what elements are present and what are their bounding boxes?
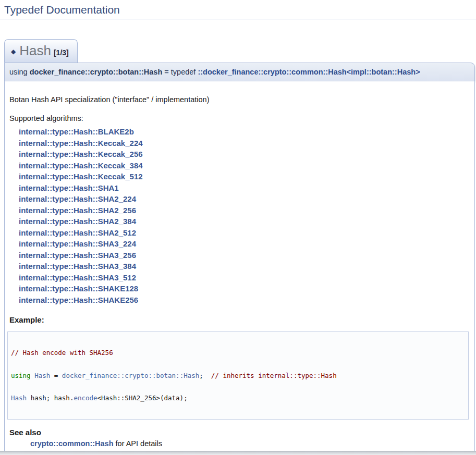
code-keyword-using: using bbox=[11, 372, 31, 379]
algorithm-link[interactable]: internal::type::Hash::SHAKE256 bbox=[19, 294, 138, 306]
code-line-3: Hash hash; hash.encode<Hash::SHA2_256>(d… bbox=[11, 395, 465, 402]
algorithm-link[interactable]: internal::type::Hash::SHA2_256 bbox=[19, 205, 136, 216]
typedef-documentation-page: Typedef Documentation ◆Hash[1/3] using d… bbox=[0, 0, 476, 455]
algorithm-link[interactable]: internal::type::Hash::SHA3_512 bbox=[19, 272, 136, 284]
algorithm-list: internal::type::Hash::BLAKE2binternal::t… bbox=[9, 126, 470, 305]
algorithm-link[interactable]: internal::type::Hash::BLAKE2b bbox=[19, 126, 134, 138]
code-text: = bbox=[50, 372, 62, 379]
member-tab: ◆Hash[1/3] bbox=[4, 39, 78, 63]
algorithm-link[interactable]: internal::type::Hash::Keccak_384 bbox=[19, 160, 143, 171]
decl-member-name: docker_finance::crypto::botan::Hash bbox=[30, 68, 163, 76]
code-example-block: // Hash encode with SHA256 using Hash = … bbox=[7, 331, 469, 420]
code-link-botan-hash[interactable]: docker_finance::crypto::botan::Hash bbox=[62, 372, 199, 379]
code-comment: // inherits internal::type::Hash bbox=[211, 372, 337, 379]
code-link-hash[interactable]: Hash bbox=[11, 394, 27, 402]
algorithm-link[interactable]: internal::type::Hash::SHA3_384 bbox=[19, 261, 136, 272]
algorithm-link[interactable]: internal::type::Hash::Keccak_224 bbox=[19, 138, 143, 149]
algorithm-link[interactable]: internal::type::Hash::SHA1 bbox=[19, 182, 119, 194]
decl-equals-typedef: = typedef bbox=[162, 68, 198, 76]
algorithm-link[interactable]: internal::type::Hash::Keccak_256 bbox=[19, 149, 143, 160]
code-link-encode[interactable]: encode bbox=[74, 394, 97, 402]
member-documentation-body: Botan Hash API specialization ("interfac… bbox=[4, 81, 475, 455]
member-hash-section: ◆Hash[1/3] using docker_finance::crypto:… bbox=[0, 19, 476, 455]
see-also-link[interactable]: crypto::common::Hash bbox=[30, 439, 114, 448]
algorithm-link[interactable]: internal::type::Hash::SHA2_384 bbox=[19, 216, 136, 227]
algorithm-link[interactable]: internal::type::Hash::Keccak_512 bbox=[19, 171, 143, 182]
algorithm-link[interactable]: internal::type::Hash::SHA3_224 bbox=[19, 238, 136, 250]
example-label: Example: bbox=[9, 315, 470, 324]
permalink-diamond-icon[interactable]: ◆ bbox=[11, 48, 16, 55]
member-declaration-row: using docker_finance::crypto::botan::Has… bbox=[4, 63, 475, 81]
see-also-section: See also crypto::common::Hash for API de… bbox=[9, 427, 470, 449]
member-name: Hash bbox=[19, 43, 51, 58]
see-also-text: for API details bbox=[114, 439, 163, 448]
code-text: ; bbox=[199, 372, 211, 379]
algorithm-link[interactable]: internal::type::Hash::SHA2_224 bbox=[19, 193, 136, 205]
code-comment: // Hash encode with SHA256 bbox=[11, 349, 113, 356]
see-also-label: See also bbox=[9, 427, 470, 437]
code-line-2: using Hash = docker_finance::crypto::bot… bbox=[11, 372, 465, 379]
code-link-hash[interactable]: Hash bbox=[34, 372, 50, 379]
algorithm-link[interactable]: internal::type::Hash::SHAKE128 bbox=[19, 283, 138, 294]
member-description: Botan Hash API specialization ("interfac… bbox=[9, 95, 470, 105]
code-text: hash; hash. bbox=[27, 394, 74, 402]
see-also-content: crypto::common::Hash for API details bbox=[30, 439, 470, 449]
code-line-1: // Hash encode with SHA256 bbox=[11, 349, 465, 356]
algorithm-link[interactable]: internal::type::Hash::SHA3_256 bbox=[19, 250, 136, 261]
algorithm-link[interactable]: internal::type::Hash::SHA2_512 bbox=[19, 227, 136, 239]
footer-bar bbox=[0, 451, 476, 455]
page-title: Typedef Documentation bbox=[0, 0, 476, 19]
member-overload-index: [1/3] bbox=[54, 48, 69, 57]
decl-using-keyword: using bbox=[9, 68, 30, 76]
supported-algorithms-label: Supported algorithms: bbox=[9, 114, 470, 124]
decl-type-link[interactable]: ::docker_finance::crypto::common::Hash<i… bbox=[198, 68, 420, 76]
code-text: <Hash::SHA2_256>(data); bbox=[97, 394, 188, 402]
